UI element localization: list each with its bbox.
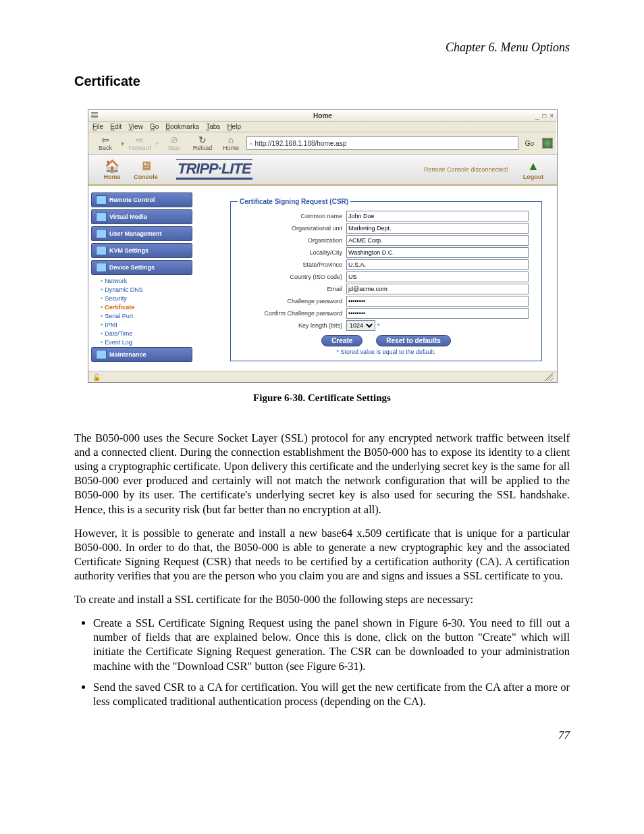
sidebar-sub-event-log[interactable]: Event Log xyxy=(101,338,192,347)
home-button[interactable]: ⌂Home xyxy=(218,135,244,151)
menu-bookmarks[interactable]: Bookmarks xyxy=(165,123,199,130)
address-bar[interactable]: ▫ http://192.168.1.188/home.asp xyxy=(246,136,518,150)
reload-icon: ↻ xyxy=(198,135,207,145)
page-number: 77 xyxy=(74,729,570,742)
label-org-unit: Organizational unit xyxy=(238,225,346,232)
window-title: Home xyxy=(313,112,332,120)
reload-button[interactable]: ↻Reload xyxy=(190,135,215,151)
gear-icon xyxy=(96,263,107,272)
status-bar: 🔓 xyxy=(88,371,557,382)
sidebar-sub-certificate[interactable]: Certificate xyxy=(101,303,192,312)
sidebar-item-maintenance[interactable]: Maintenance xyxy=(91,347,192,362)
logout-button[interactable]: ▲Logout xyxy=(516,159,550,180)
toolbar: ⇦Back ▾ ⇨Forward ▾ ⊘Stop ↻Reload ⌂Home ▫… xyxy=(88,132,557,155)
forward-button[interactable]: ⇨Forward xyxy=(127,135,153,151)
csr-legend: Certificate Signing Request (CSR) xyxy=(238,198,350,205)
body-paragraph-2: However, it is possible to generate and … xyxy=(74,526,570,583)
window-title-bar: Home _ □ × xyxy=(88,110,557,122)
figure-caption: Figure 6-30. Certificate Settings xyxy=(74,392,570,404)
wrench-icon xyxy=(96,350,107,359)
sidebar-sub-security[interactable]: Security xyxy=(101,294,192,303)
section-title: Certificate xyxy=(74,74,570,89)
brand-logo: TRIPP·LITE xyxy=(176,159,252,180)
lock-icon: 🔓 xyxy=(92,373,101,381)
label-locality: Locality/City xyxy=(238,249,346,256)
monitor-icon: 🖥 xyxy=(140,159,152,174)
sidebar-submenu: Network Dynamic DNS Security Certificate… xyxy=(91,277,192,347)
create-button[interactable]: Create xyxy=(321,335,363,346)
label-organization: Organization xyxy=(238,237,346,244)
figure-screenshot: Home _ □ × File Edit View Go Bookmarks T… xyxy=(88,109,556,383)
throbber-icon xyxy=(542,138,553,149)
nav-console-button[interactable]: 🖥Console xyxy=(129,159,163,180)
input-email[interactable] xyxy=(346,284,529,294)
body-paragraph-1: The B050-000 uses the Secure Socket Laye… xyxy=(74,431,570,517)
sidebar-sub-serial-port[interactable]: Serial Port xyxy=(101,312,192,321)
menu-view[interactable]: View xyxy=(128,123,143,130)
sidebar-sub-dynamic-dns[interactable]: Dynamic DNS xyxy=(101,286,192,294)
sidebar-item-kvm-settings[interactable]: KVM Settings xyxy=(91,243,192,258)
label-email: Email xyxy=(238,286,346,292)
forward-icon: ⇨ xyxy=(136,135,144,145)
sidebar-sub-ipmi[interactable]: IPMI xyxy=(101,321,192,330)
body-paragraph-3: To create and install a SSL certificate … xyxy=(74,592,570,606)
input-common-name[interactable] xyxy=(346,211,529,221)
sidebar-item-remote-control[interactable]: Remote Control xyxy=(91,192,192,207)
default-note: * Stored value is equal to the default. xyxy=(238,348,535,355)
users-icon xyxy=(96,229,107,238)
home-icon: ⌂ xyxy=(228,135,234,145)
sidebar-item-device-settings[interactable]: Device Settings xyxy=(91,260,192,275)
label-common-name: Common name xyxy=(238,213,346,219)
input-org-unit[interactable] xyxy=(346,223,529,234)
menu-bar[interactable]: File Edit View Go Bookmarks Tabs Help xyxy=(88,122,557,132)
steps-list: Create a SSL Certificate Signing Request… xyxy=(74,616,570,708)
sidebar-item-virtual-media[interactable]: Virtual Media xyxy=(91,209,192,224)
input-organization[interactable] xyxy=(346,235,529,246)
input-locality[interactable] xyxy=(346,247,529,258)
resize-grip-icon[interactable] xyxy=(545,373,553,381)
input-country[interactable] xyxy=(346,271,529,282)
reset-button[interactable]: Reset to defaults xyxy=(376,335,451,346)
sidebar: Remote Control Virtual Media User Manage… xyxy=(88,186,195,371)
sidebar-sub-network[interactable]: Network xyxy=(101,277,192,286)
menu-go[interactable]: Go xyxy=(150,123,159,130)
label-confirm: Confirm Challenge password xyxy=(238,310,346,317)
input-state[interactable] xyxy=(346,259,529,270)
step-1: Create a SSL Certificate Signing Request… xyxy=(93,616,570,673)
house-icon: 🏠 xyxy=(105,159,119,174)
status-text: Remote Console disconnected! xyxy=(424,166,508,173)
nav-home-button[interactable]: 🏠Home xyxy=(95,159,129,180)
remote-icon xyxy=(96,195,107,205)
label-challenge: Challenge password xyxy=(238,298,346,305)
menu-help[interactable]: Help xyxy=(227,123,241,130)
menu-edit[interactable]: Edit xyxy=(110,123,122,130)
chapter-header: Chapter 6. Menu Options xyxy=(74,41,570,55)
input-challenge[interactable] xyxy=(346,296,529,307)
label-key-length: Key length (bits) xyxy=(238,322,346,329)
csr-fieldset: Certificate Signing Request (CSR) Common… xyxy=(230,198,542,361)
grab-handle-icon xyxy=(91,112,98,119)
input-confirm[interactable] xyxy=(346,308,529,319)
stop-icon: ⊘ xyxy=(170,135,178,145)
go-button[interactable]: Go xyxy=(521,140,538,147)
kvm-icon xyxy=(96,246,107,255)
app-header: 🏠Home 🖥Console TRIPP·LITE Remote Console… xyxy=(88,155,557,186)
stop-button[interactable]: ⊘Stop xyxy=(161,135,187,151)
sidebar-sub-date-time[interactable]: Date/Time xyxy=(101,330,192,338)
dropdown-icon[interactable]: ▾ xyxy=(121,140,124,147)
menu-tabs[interactable]: Tabs xyxy=(206,123,220,130)
step-2: Send the saved CSR to a CA for certifica… xyxy=(93,680,570,708)
window-controls[interactable]: _ □ × xyxy=(535,112,554,120)
default-star-icon: * xyxy=(377,322,381,329)
dropdown-icon[interactable]: ▾ xyxy=(155,140,159,147)
content-main: Certificate Signing Request (CSR) Common… xyxy=(195,186,557,371)
url-text: http://192.168.1.188/home.asp xyxy=(255,140,347,147)
back-icon: ⇦ xyxy=(101,135,109,145)
menu-file[interactable]: File xyxy=(92,123,103,130)
select-key-length[interactable]: 1024 xyxy=(346,320,375,331)
sidebar-item-user-management[interactable]: User Management xyxy=(91,226,192,241)
back-button[interactable]: ⇦Back xyxy=(92,135,118,151)
page-icon: ▫ xyxy=(250,140,252,147)
logout-icon: ▲ xyxy=(527,159,539,174)
media-icon xyxy=(96,212,107,221)
